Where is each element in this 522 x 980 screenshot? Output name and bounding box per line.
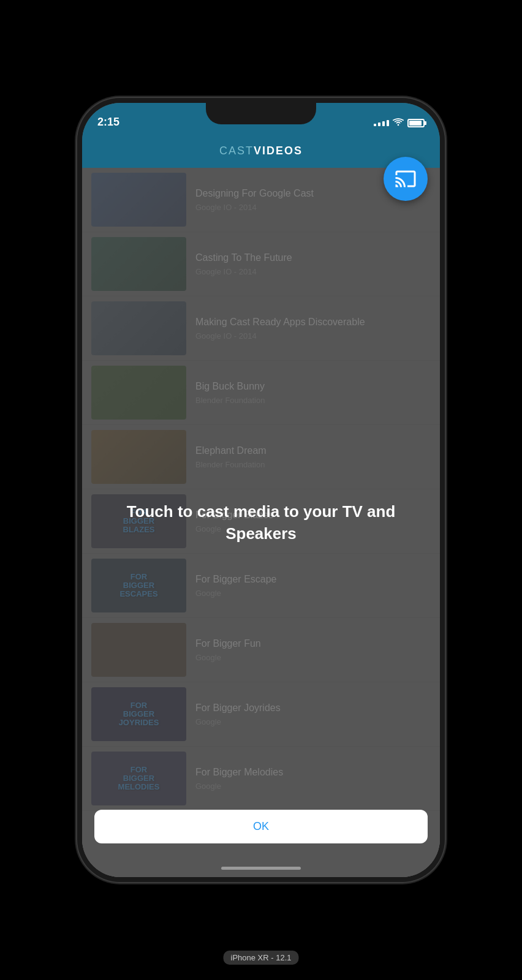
phone-body: 2:15 [77,98,445,882]
ok-button[interactable]: OK [94,810,428,843]
app-header: CASTVIDEOS [82,134,440,168]
notch [206,103,316,124]
app-title-light: CAST [219,145,254,157]
cast-button[interactable] [384,157,428,201]
phone-frame: 2:15 [0,0,522,980]
device-label: iPhone XR - 12.1 [223,951,298,965]
screen: 2:15 [82,103,440,877]
status-icons [374,118,425,129]
svg-point-0 [398,124,399,126]
ok-button-container: OK [82,810,440,843]
tooltip-text: Touch to cast media to your TV and Speak… [82,500,440,545]
tooltip-overlay: Touch to cast media to your TV and Speak… [82,168,440,877]
app-title-bold: VIDEOS [254,145,303,157]
battery-icon [407,119,425,127]
status-time: 2:15 [97,116,119,129]
home-indicator [221,867,301,870]
ok-label: OK [253,820,269,833]
wifi-icon [393,118,404,129]
app-title: CASTVIDEOS [219,145,303,157]
content-area: Designing For Google Cast Google IO - 20… [82,168,440,877]
signal-icon [374,120,389,126]
cast-icon [395,168,417,190]
